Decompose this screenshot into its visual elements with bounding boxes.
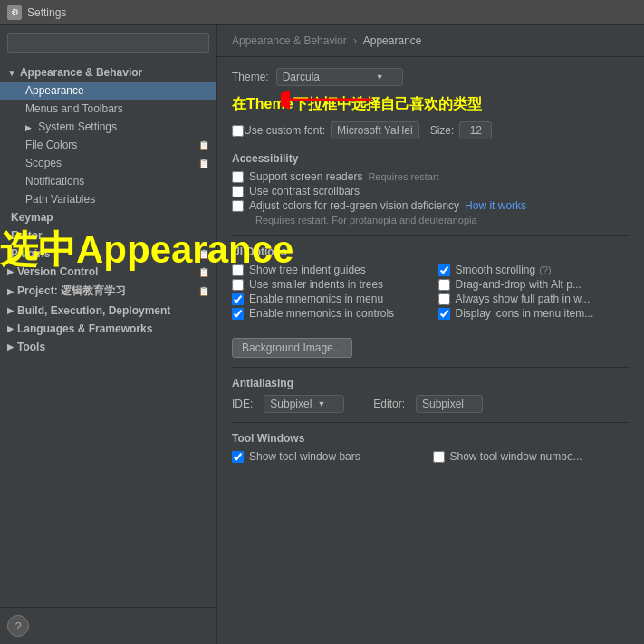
sidebar-item-notifications[interactable]: Notifications — [0, 172, 216, 190]
sidebar-item-menus-toolbars[interactable]: Menus and Toolbars — [0, 100, 216, 118]
mnemonics-controls-checkbox[interactable] — [232, 308, 244, 320]
smaller-indents-label: Use smaller indents in trees — [249, 278, 383, 291]
sidebar-search-container — [0, 25, 216, 60]
breadcrumb-separator: › — [353, 34, 357, 47]
tree-indent-checkbox[interactable] — [232, 264, 244, 276]
contrast-scrollbars-checkbox[interactable] — [232, 186, 244, 197]
tool-window-numbers-checkbox[interactable] — [433, 451, 445, 463]
chevron-right-icon-build: ▶ — [7, 306, 14, 315]
custom-font-checkbox[interactable] — [232, 125, 244, 137]
sidebar: ▼ Appearance & Behavior Appearance Menus… — [0, 25, 217, 644]
background-image-button[interactable]: Background Image... — [232, 338, 352, 358]
tool-window-bars-label: Show tool window bars — [249, 450, 360, 463]
ui-options-right: Smooth scrolling (?) Drag-and-drop with … — [438, 264, 630, 322]
full-path-row: Always show full path in w... — [438, 293, 630, 305]
smaller-indents-checkbox[interactable] — [232, 279, 244, 291]
sidebar-group-plugins[interactable]: Plugins 📋 — [0, 245, 216, 263]
editor-label: Editor: — [373, 398, 405, 410]
sidebar-group-label: Appearance & Behavior — [20, 66, 142, 79]
screen-readers-checkbox[interactable] — [232, 171, 244, 183]
main-container: 选中Appearance ▼ Appearance & Behavior App… — [0, 25, 644, 644]
mnemonics-menu-label: Enable mnemonics in menu — [249, 293, 383, 305]
ide-dropdown-arrow-icon: ▼ — [317, 399, 325, 409]
smooth-scrolling-help-icon[interactable]: (?) — [539, 264, 551, 275]
sidebar-group-version-control[interactable]: ▶ Version Control 📋 — [0, 263, 216, 281]
editor-antialiasing-dropdown[interactable]: Subpixel — [416, 395, 483, 413]
ide-antialiasing-dropdown[interactable]: Subpixel ▼ — [264, 395, 344, 413]
file-colors-badge: 📋 — [198, 140, 209, 150]
sidebar-group-editor[interactable]: Editor — [0, 226, 216, 245]
dropdown-arrow-icon: ▼ — [376, 72, 384, 82]
sidebar-group-languages[interactable]: ▶ Languages & Frameworks — [0, 320, 216, 338]
sidebar-bottom: ? — [0, 607, 216, 644]
color-blindness-label: Adjust colors for red-green vision defic… — [249, 199, 459, 212]
sidebar-content: ▼ Appearance & Behavior Appearance Menus… — [0, 60, 216, 607]
sidebar-item-system-settings[interactable]: ▶ System Settings — [0, 118, 216, 136]
sidebar-item-file-colors[interactable]: File Colors 📋 — [0, 136, 216, 154]
breadcrumb-part2: Appearance — [363, 34, 422, 47]
font-size-value: 12 — [459, 121, 492, 139]
chevron-right-icon-project: ▶ — [7, 287, 14, 296]
drag-drop-label: Drag-and-drop with Alt p... — [456, 278, 582, 291]
drag-drop-row: Drag-and-drop with Alt p... — [438, 278, 630, 291]
sidebar-item-appearance[interactable]: Appearance — [0, 82, 216, 100]
sidebar-group-project[interactable]: ▶ Project: 逻辑教育学习 📋 — [0, 281, 216, 302]
mnemonics-menu-row: Enable mnemonics in menu — [232, 293, 424, 305]
content-body: Theme: Darcula ▼ 在Theme下拉框中选择自己喜欢的类型 Use… — [217, 57, 644, 644]
theme-annotation: 在Theme下拉框中选择自己喜欢的类型 — [232, 95, 630, 114]
chevron-right-icon-vc: ▶ — [7, 267, 14, 276]
how-it-works-link[interactable]: How it works — [465, 199, 526, 212]
display-icons-checkbox[interactable] — [438, 308, 450, 320]
tool-window-bars-checkbox[interactable] — [232, 451, 244, 463]
ui-options-left: Show tree indent guides Use smaller inde… — [232, 264, 424, 322]
ide-antialiasing-value: Subpixel — [270, 398, 312, 410]
display-icons-label: Display icons in menu item... — [456, 307, 594, 320]
sidebar-item-path-variables[interactable]: Path Variables — [0, 190, 216, 208]
search-input[interactable] — [7, 33, 209, 53]
breadcrumb: Appearance & Behavior › Appearance — [217, 25, 644, 57]
antialiasing-row: IDE: Subpixel ▼ Editor: Subpixel — [232, 395, 630, 413]
tool-windows-row: Show tool window bars Show tool window n… — [232, 450, 630, 465]
contrast-scrollbars-row: Use contrast scrollbars — [232, 185, 630, 197]
color-blindness-row: Adjust colors for red-green vision defic… — [232, 199, 630, 212]
theme-dropdown[interactable]: Darcula ▼ — [276, 68, 403, 86]
mnemonics-menu-checkbox[interactable] — [232, 293, 244, 305]
antialiasing-section-title: Antialiasing — [232, 377, 630, 389]
smooth-scrolling-checkbox[interactable] — [438, 264, 450, 276]
tree-indent-label: Show tree indent guides — [249, 264, 366, 276]
scopes-badge: 📋 — [198, 159, 209, 168]
full-path-checkbox[interactable] — [438, 293, 450, 305]
theme-annotation-text: 在Theme下拉框中选择自己喜欢的类型 — [232, 96, 482, 111]
version-control-badge: 📋 — [198, 267, 209, 277]
sidebar-group-tools[interactable]: ▶ Tools — [0, 338, 216, 356]
contrast-scrollbars-label: Use contrast scrollbars — [249, 185, 360, 197]
sidebar-group-keymap[interactable]: Keymap — [0, 208, 216, 226]
ui-options-section-title: UI Options — [232, 245, 630, 258]
tool-windows-section-title: Tool Windows — [232, 432, 630, 445]
chevron-right-icon-langs: ▶ — [7, 324, 14, 333]
display-icons-row: Display icons in menu item... — [438, 307, 630, 320]
screen-readers-label: Support screen readers — [249, 170, 362, 183]
smooth-scrolling-label: Smooth scrolling — [456, 264, 536, 276]
breadcrumb-part1: Appearance & Behavior — [232, 34, 347, 47]
title-bar: ⚙ Settings — [0, 0, 644, 25]
color-blindness-sublabel: Requires restart. For protanopia and deu… — [250, 214, 630, 226]
chevron-down-icon: ▼ — [7, 68, 16, 78]
chevron-right-icon-tools: ▶ — [7, 342, 14, 351]
content-area: Appearance & Behavior › Appearance Theme… — [217, 25, 644, 644]
plugins-badge: 📋 — [198, 249, 209, 259]
help-button[interactable]: ? — [7, 615, 29, 637]
project-badge: 📋 — [198, 286, 209, 296]
sidebar-group-appearance-behavior[interactable]: ▼ Appearance & Behavior — [0, 63, 216, 82]
theme-row: Theme: Darcula ▼ — [232, 68, 630, 86]
screen-readers-row: Support screen readers Requires restart — [232, 170, 630, 183]
divider-2 — [232, 367, 630, 368]
tool-window-numbers-label: Show tool window numbe... — [450, 450, 582, 463]
drag-drop-checkbox[interactable] — [438, 279, 450, 291]
tool-window-bars-row: Show tool window bars — [232, 450, 429, 463]
color-blindness-checkbox[interactable] — [232, 200, 244, 212]
sidebar-group-build[interactable]: ▶ Build, Execution, Deployment — [0, 302, 216, 320]
font-value: Microsoft YaHei — [331, 121, 419, 139]
custom-font-row: Use custom font: Microsoft YaHei Size: 1… — [232, 121, 630, 139]
sidebar-item-scopes[interactable]: Scopes 📋 — [0, 154, 216, 172]
